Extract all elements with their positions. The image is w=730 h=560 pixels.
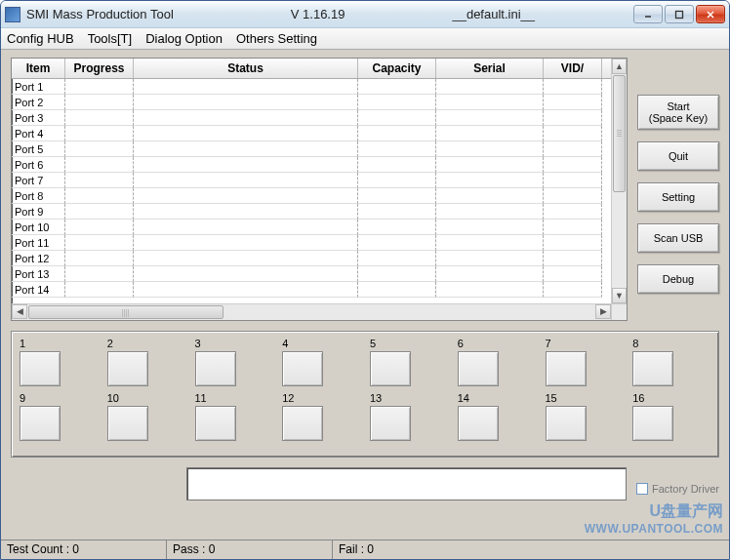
table-row[interactable]: Port 14 (12, 282, 627, 298)
table-row[interactable]: Port 4 (12, 126, 627, 141)
port-indicator-9[interactable]: 9 (20, 392, 98, 441)
port-box[interactable] (546, 406, 587, 441)
cell-progress (65, 110, 134, 126)
port-indicator-5[interactable]: 5 (370, 338, 448, 386)
menu-config-hub[interactable]: Config HUB (7, 31, 74, 46)
port-box[interactable] (195, 406, 236, 441)
cell-vid (544, 173, 602, 188)
cell-vid (544, 157, 602, 173)
port-box[interactable] (458, 351, 499, 386)
port-box[interactable] (195, 351, 236, 386)
setting-button[interactable]: Setting (637, 182, 719, 212)
port-grid[interactable]: Item Progress Status Capacity Serial VID… (11, 58, 628, 321)
factory-driver-label: Factory Driver (652, 483, 719, 495)
quit-button[interactable]: Quit (637, 141, 719, 171)
port-box[interactable] (20, 406, 61, 441)
port-indicator-3[interactable]: 3 (195, 338, 273, 386)
menubar: Config HUB Tools[T] Dialog Option Others… (1, 28, 729, 50)
debug-button[interactable]: Debug (637, 264, 719, 294)
port-indicator-14[interactable]: 14 (458, 392, 536, 441)
watermark: U盘量产网 WWW.UPANTOOL.COM (585, 501, 723, 536)
col-item[interactable]: Item (12, 59, 65, 78)
cell-capacity (358, 157, 436, 173)
cell-progress (65, 266, 134, 282)
port-box[interactable] (282, 406, 323, 441)
table-row[interactable]: Port 2 (12, 95, 627, 110)
port-box[interactable] (546, 351, 587, 386)
table-row[interactable]: Port 1 (12, 79, 627, 95)
menu-dialog-option[interactable]: Dialog Option (145, 31, 223, 46)
port-box[interactable] (632, 351, 673, 386)
cell-capacity (358, 282, 436, 298)
cell-status (134, 204, 358, 220)
minimize-button[interactable] (633, 5, 663, 23)
table-row[interactable]: Port 8 (12, 188, 627, 204)
scroll-left-button[interactable]: ◀ (12, 304, 27, 319)
port-indicator-13[interactable]: 13 (370, 392, 448, 441)
col-capacity[interactable]: Capacity (358, 59, 436, 78)
port-indicator-2[interactable]: 2 (107, 338, 185, 386)
port-box[interactable] (458, 406, 499, 441)
maximize-button[interactable] (665, 5, 694, 23)
port-box[interactable] (632, 406, 673, 441)
port-indicator-4[interactable]: 4 (282, 338, 360, 386)
port-indicator-15[interactable]: 15 (546, 392, 624, 441)
port-label: 5 (370, 338, 376, 349)
scroll-down-button[interactable]: ▼ (612, 288, 627, 303)
vertical-scrollbar[interactable]: ▲ ▼ (611, 59, 627, 303)
window-config-file: __default.ini__ (452, 7, 535, 21)
grid-body[interactable]: Port 1Port 2Port 3Port 4Port 5Port 6Port… (12, 79, 627, 320)
scan-usb-button[interactable]: Scan USB (637, 223, 719, 253)
titlebar[interactable]: SMI Mass Production Tool V 1.16.19 __def… (1, 1, 729, 28)
table-row[interactable]: Port 5 (12, 141, 627, 157)
cell-status (134, 110, 358, 126)
scroll-right-button[interactable]: ▶ (595, 304, 611, 319)
cell-serial (436, 204, 544, 220)
table-row[interactable]: Port 13 (12, 266, 627, 282)
port-indicator-11[interactable]: 11 (195, 392, 273, 441)
port-indicator-16[interactable]: 16 (632, 392, 710, 441)
table-row[interactable]: Port 7 (12, 173, 627, 188)
col-vid[interactable]: VID/ (544, 59, 602, 78)
cell-status (134, 282, 358, 298)
port-box[interactable] (107, 406, 148, 441)
table-row[interactable]: Port 11 (12, 235, 627, 251)
port-box[interactable] (20, 351, 61, 386)
cell-item: Port 4 (12, 126, 65, 141)
col-status[interactable]: Status (134, 59, 358, 78)
port-indicator-1[interactable]: 1 (20, 338, 98, 386)
port-indicator-10[interactable]: 10 (107, 392, 185, 441)
scroll-up-button[interactable]: ▲ (612, 59, 627, 74)
cell-progress (65, 141, 134, 157)
port-label: 16 (632, 392, 644, 404)
table-row[interactable]: Port 3 (12, 110, 627, 126)
menu-others-setting[interactable]: Others Setting (236, 31, 317, 46)
port-label: 13 (370, 392, 382, 404)
scroll-thumb-horizontal[interactable] (28, 305, 223, 319)
checkbox-icon[interactable] (636, 483, 648, 495)
scroll-thumb-vertical[interactable] (613, 75, 626, 192)
col-progress[interactable]: Progress (65, 59, 134, 78)
table-row[interactable]: Port 10 (12, 220, 627, 235)
col-serial[interactable]: Serial (436, 59, 544, 78)
port-indicator-7[interactable]: 7 (546, 338, 624, 386)
table-row[interactable]: Port 6 (12, 157, 627, 173)
log-box[interactable] (186, 467, 627, 500)
table-row[interactable]: Port 9 (12, 204, 627, 220)
port-box[interactable] (107, 351, 148, 386)
close-button[interactable] (696, 5, 725, 23)
cell-status (134, 157, 358, 173)
port-box[interactable] (370, 351, 411, 386)
horizontal-scrollbar[interactable]: ◀ ▶ (12, 303, 611, 320)
start-button[interactable]: Start (Space Key) (637, 95, 719, 130)
port-indicator-8[interactable]: 8 (632, 338, 710, 386)
table-row[interactable]: Port 12 (12, 251, 627, 266)
port-indicator-6[interactable]: 6 (458, 338, 536, 386)
factory-driver-checkbox[interactable]: Factory Driver (636, 467, 719, 500)
bottom-row: Factory Driver (11, 467, 719, 500)
menu-tools[interactable]: Tools[T] (88, 31, 133, 46)
port-indicator-12[interactable]: 12 (282, 392, 360, 441)
port-box[interactable] (282, 351, 323, 386)
port-box[interactable] (370, 406, 411, 441)
cell-capacity (358, 266, 436, 282)
